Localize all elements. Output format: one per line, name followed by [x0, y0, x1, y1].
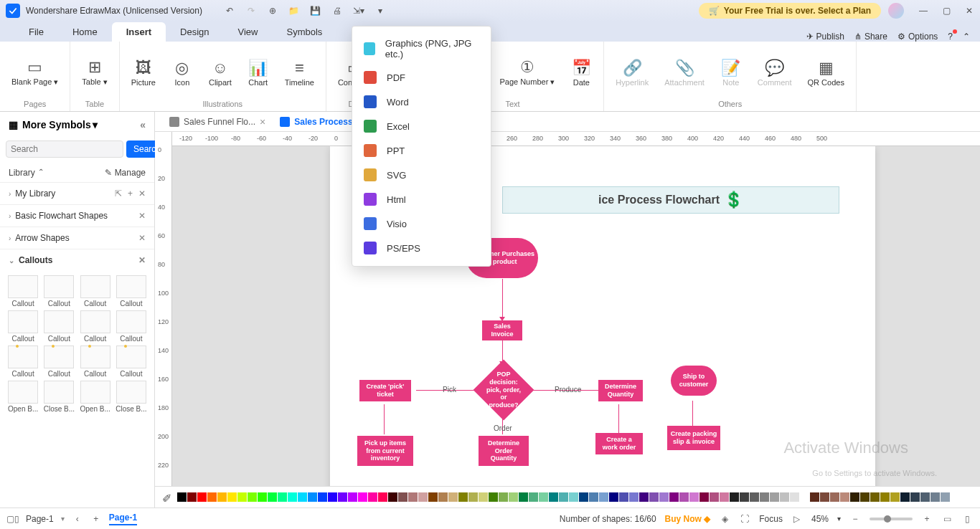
color-swatch[interactable]	[710, 492, 719, 502]
color-swatch[interactable]	[679, 492, 689, 502]
redo-icon[interactable]: ↷	[245, 5, 257, 16]
color-swatch[interactable]	[348, 492, 357, 502]
color-swatch[interactable]	[368, 492, 377, 502]
buy-now-button[interactable]: Buy Now ◆	[665, 514, 711, 524]
minimize-button[interactable]: —	[918, 6, 928, 16]
shape-item[interactable]: Callout	[42, 345, 76, 378]
close-icon[interactable]: ✕	[138, 189, 146, 199]
menu-tab-view[interactable]: View	[224, 22, 273, 42]
zoom-slider[interactable]	[870, 518, 913, 520]
export-ppt[interactable]: PPT	[352, 138, 491, 163]
menu-tab-home[interactable]: Home	[58, 22, 112, 42]
node-pickup[interactable]: Pick up items from current inventory	[357, 436, 413, 466]
color-swatch[interactable]	[770, 492, 779, 502]
color-swatch[interactable]	[418, 492, 428, 502]
close-icon[interactable]: ×	[260, 116, 265, 128]
color-swatch[interactable]	[288, 492, 297, 502]
color-swatch[interactable]	[358, 492, 367, 502]
page-link[interactable]: Page-1	[109, 513, 137, 525]
chevron-down-icon[interactable]: ▾	[93, 119, 98, 130]
publish-button[interactable]: ✈ Publish	[806, 32, 844, 42]
export-pdf[interactable]: PDF	[352, 65, 491, 90]
undo-icon[interactable]: ↶	[224, 5, 235, 16]
color-swatch[interactable]	[639, 492, 649, 502]
color-swatch[interactable]	[258, 492, 267, 502]
fit-width-icon[interactable]: ▯	[961, 513, 973, 525]
color-swatch[interactable]	[539, 492, 548, 502]
export-graphics[interactable]: Graphics (PNG, JPG etc.)	[352, 32, 491, 65]
ribbon-timeline[interactable]: ≡Timeline	[278, 44, 321, 100]
canvas[interactable]: ice Process Flowchart💲 Customer Purchase…	[172, 146, 980, 486]
ribbon-chart[interactable]: 📊Chart	[240, 44, 276, 100]
menu-tab-file[interactable]: File	[14, 22, 58, 42]
search-input[interactable]	[6, 140, 123, 158]
export-word[interactable]: Word	[352, 90, 491, 114]
ribbon-date[interactable]: 📅Date	[563, 44, 599, 100]
color-swatch[interactable]	[549, 492, 558, 502]
color-swatch[interactable]	[318, 492, 327, 502]
menu-tab-insert[interactable]: Insert	[112, 22, 166, 42]
color-swatch[interactable]	[278, 492, 287, 502]
doc-tab[interactable]: Sales Process	[273, 114, 359, 130]
shape-item[interactable]: Close B...	[114, 381, 149, 413]
close-icon[interactable]: ✕	[138, 211, 146, 221]
color-swatch[interactable]	[448, 492, 458, 502]
color-swatch[interactable]	[589, 492, 598, 502]
color-swatch[interactable]	[830, 492, 839, 502]
color-swatch[interactable]	[780, 492, 789, 502]
save-icon[interactable]: 💾	[310, 5, 321, 16]
shape-item[interactable]: Callout	[6, 310, 40, 343]
chevron-down-icon[interactable]: ▾	[61, 515, 65, 523]
sidebar-section-my-library[interactable]: ›My Library⇱+✕	[0, 182, 154, 204]
color-swatch[interactable]	[197, 492, 207, 502]
help-icon[interactable]: ?	[948, 32, 953, 42]
ribbon-clipart[interactable]: ☺Clipart	[202, 44, 239, 100]
ribbon-page-number[interactable]: ①Page Number ▾	[492, 44, 562, 100]
color-swatch[interactable]	[750, 492, 759, 502]
color-swatch[interactable]	[870, 492, 880, 502]
color-swatch[interactable]	[659, 492, 669, 502]
color-swatch[interactable]	[579, 492, 588, 502]
add-page-icon[interactable]: +	[90, 513, 102, 525]
color-swatch[interactable]	[187, 492, 197, 502]
share-button[interactable]: ⋔ Share	[854, 32, 887, 42]
color-swatch[interactable]	[810, 492, 819, 502]
color-swatch[interactable]	[298, 492, 307, 502]
color-swatch[interactable]	[479, 492, 488, 502]
open-icon[interactable]: 📁	[288, 5, 300, 16]
close-icon[interactable]: ✕	[138, 233, 146, 243]
export-html[interactable]: Html	[352, 187, 491, 211]
menu-tab-design[interactable]: Design	[166, 22, 223, 42]
doc-tab[interactable]: Sales Funnel Flo...×	[162, 113, 273, 130]
shape-item[interactable]: Callout	[78, 275, 113, 308]
color-swatch[interactable]	[489, 492, 498, 502]
color-swatch[interactable]	[338, 492, 347, 502]
color-swatch[interactable]	[378, 492, 387, 502]
shape-item[interactable]: Callout	[114, 310, 149, 343]
color-swatch[interactable]	[820, 492, 829, 502]
color-swatch[interactable]	[619, 492, 628, 502]
add-icon[interactable]: +	[128, 189, 133, 199]
print-icon[interactable]: 🖨	[331, 5, 343, 16]
menu-tab-symbols[interactable]: Symbols	[272, 22, 336, 42]
layers-icon[interactable]: ◈	[719, 513, 730, 525]
shape-item[interactable]: Callout	[78, 310, 113, 343]
collapse-ribbon-icon[interactable]: ⌃	[963, 32, 970, 42]
color-swatch[interactable]	[850, 492, 859, 502]
export-visio[interactable]: Visio	[352, 211, 491, 236]
color-swatch[interactable]	[609, 492, 618, 502]
color-swatch[interactable]	[569, 492, 578, 502]
shape-item[interactable]: Callout	[114, 275, 149, 308]
color-swatch[interactable]	[268, 492, 277, 502]
color-swatch[interactable]	[689, 492, 699, 502]
color-swatch[interactable]	[730, 492, 739, 502]
color-swatch[interactable]	[519, 492, 528, 502]
sidebar-section-callouts[interactable]: ⌄Callouts✕	[0, 249, 154, 271]
shape-item[interactable]: Callout	[6, 345, 40, 378]
shape-item[interactable]: Callout	[42, 310, 76, 343]
shape-item[interactable]: Callout	[114, 345, 149, 378]
chevron-down-icon[interactable]: ▾	[837, 515, 841, 523]
trial-banner[interactable]: 🛒 Your Free Trial is over. Select a Plan	[699, 3, 881, 19]
color-swatch[interactable]	[720, 492, 729, 502]
color-swatch[interactable]	[840, 492, 849, 502]
